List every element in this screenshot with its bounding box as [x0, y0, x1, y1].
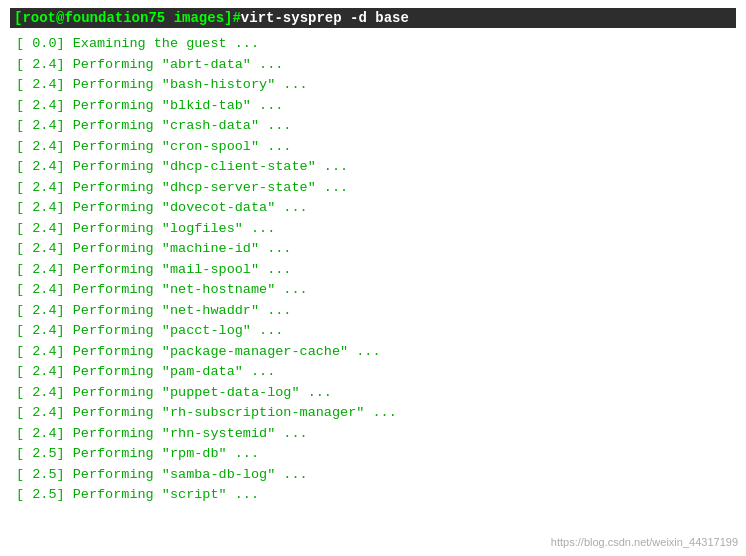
output-line: [ 2.4] Performing "package-manager-cache…	[16, 342, 730, 363]
output-line: [ 2.4] Performing "blkid-tab" ...	[16, 96, 730, 117]
output-line: [ 2.4] Performing "net-hostname" ...	[16, 280, 730, 301]
output-line: [ 2.5] Performing "samba-db-log" ...	[16, 465, 730, 486]
output-line: [ 2.4] Performing "net-hwaddr" ...	[16, 301, 730, 322]
shell-command: virt-sysprep -d base	[241, 10, 409, 26]
output-line: [ 2.4] Performing "rhn-systemid" ...	[16, 424, 730, 445]
output-line: [ 2.4] Performing "bash-history" ...	[16, 75, 730, 96]
output-line: [ 2.4] Performing "rh-subscription-manag…	[16, 403, 730, 424]
output-line: [ 2.4] Performing "pacct-log" ...	[16, 321, 730, 342]
output-line: [ 2.5] Performing "rpm-db" ...	[16, 444, 730, 465]
output-line: [ 2.4] Performing "cron-spool" ...	[16, 137, 730, 158]
command-line: [root@foundation75 images]# virt-sysprep…	[10, 8, 736, 28]
shell-prompt: [root@foundation75 images]#	[14, 10, 241, 26]
output-line: [ 2.4] Performing "abrt-data" ...	[16, 55, 730, 76]
watermark: https://blog.csdn.net/weixin_44317199	[551, 536, 738, 548]
terminal-window: [root@foundation75 images]# virt-sysprep…	[0, 0, 746, 556]
output-line: [ 2.4] Performing "puppet-data-log" ...	[16, 383, 730, 404]
output-line: [ 2.4] Performing "dhcp-server-state" ..…	[16, 178, 730, 199]
terminal-output: [ 0.0] Examining the guest ...[ 2.4] Per…	[10, 30, 736, 510]
output-line: [ 2.4] Performing "dovecot-data" ...	[16, 198, 730, 219]
output-line: [ 2.5] Performing "script" ...	[16, 485, 730, 506]
output-line: [ 0.0] Examining the guest ...	[16, 34, 730, 55]
output-line: [ 2.4] Performing "pam-data" ...	[16, 362, 730, 383]
output-line: [ 2.4] Performing "dhcp-client-state" ..…	[16, 157, 730, 178]
output-line: [ 2.4] Performing "logfiles" ...	[16, 219, 730, 240]
output-line: [ 2.4] Performing "crash-data" ...	[16, 116, 730, 137]
output-line: [ 2.4] Performing "mail-spool" ...	[16, 260, 730, 281]
output-line: [ 2.4] Performing "machine-id" ...	[16, 239, 730, 260]
